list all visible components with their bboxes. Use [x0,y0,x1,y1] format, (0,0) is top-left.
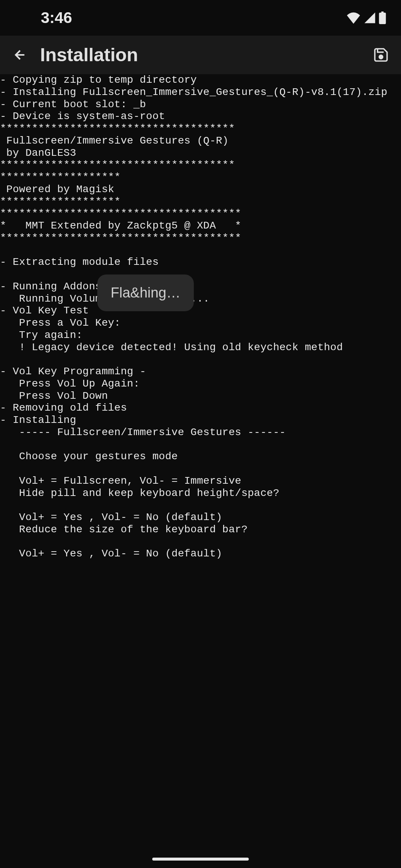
page-title: Installation [40,44,361,66]
svg-point-2 [379,55,382,59]
battery-icon [379,11,386,24]
nav-bar-indicator[interactable] [152,858,249,861]
app-bar: Installation [0,36,401,74]
arrow-left-icon [13,47,27,62]
save-icon [373,47,389,63]
status-bar: 3:46 [0,0,401,36]
status-time: 3:46 [41,9,72,27]
svg-rect-0 [381,11,384,13]
signal-icon [364,12,376,24]
status-icons [346,11,386,24]
svg-rect-1 [379,13,386,24]
console-output: - Copying zip to temp directory - Instal… [0,74,401,560]
back-button[interactable] [11,46,29,64]
wifi-icon [346,12,361,24]
toast-message: Fla&hing… [97,274,194,311]
toast-text: Fla&hing… [111,285,180,300]
save-button[interactable] [372,46,390,64]
